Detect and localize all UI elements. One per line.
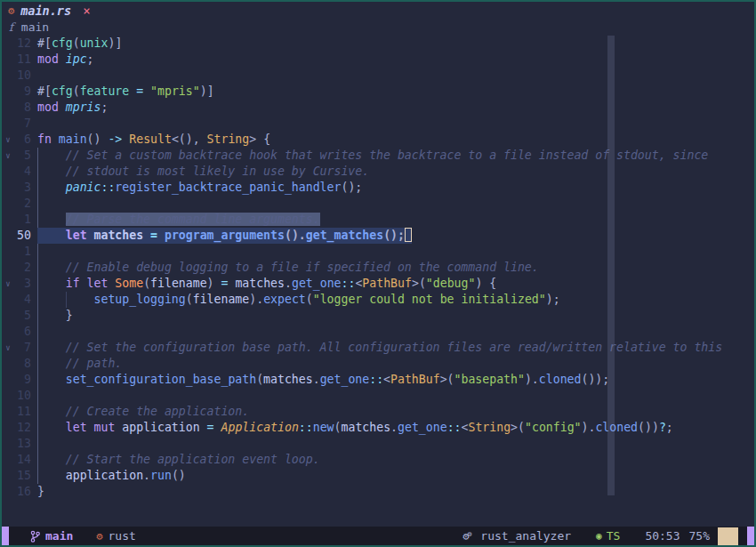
code-token: ?: [659, 421, 666, 434]
code-line[interactable]: 10: [2, 68, 754, 84]
code-token: ::: [369, 373, 383, 386]
code-line[interactable]: 8mod mpris;: [2, 100, 754, 116]
code-token: "config": [525, 421, 582, 434]
code-token: setup_logging: [94, 293, 186, 306]
tab-main-rs[interactable]: ⚙ main.rs ×: [8, 4, 91, 18]
code-text: // Create the application.: [37, 404, 249, 420]
code-line[interactable]: 1: [2, 244, 754, 260]
code-token: (: [73, 36, 80, 50]
code-token: .: [313, 373, 320, 386]
code-line[interactable]: 50 let matches = program_arguments().get…: [2, 228, 754, 244]
line-number: 11: [14, 404, 31, 420]
code-token: ();: [341, 181, 362, 194]
code-token: ::: [447, 421, 462, 434]
code-token: }: [37, 309, 73, 322]
code-lines: 12#[cfg(unix)]11mod ipc;109#[cfg(feature…: [2, 36, 754, 500]
gutter-gap: [31, 244, 37, 260]
treesitter-icon: ◉: [596, 530, 602, 542]
code-token: expect: [263, 293, 306, 306]
code-area[interactable]: 12#[cfg(unix)]11mod ipc;109#[cfg(feature…: [2, 36, 754, 500]
code-token: get_one: [398, 421, 447, 434]
code-line[interactable]: 3 panic::register_backtrace_panic_handle…: [2, 180, 754, 196]
code-text: #[cfg(unix)]: [37, 36, 122, 52]
code-text: application.run(): [37, 468, 186, 484]
fold-column: [2, 212, 14, 228]
code-line[interactable]: 4 setup_logging(filename).expect("logger…: [2, 292, 754, 308]
code-line[interactable]: 6: [2, 324, 754, 340]
breadcrumb-label: main: [21, 20, 49, 34]
code-token: mod: [37, 101, 66, 114]
code-token: <: [383, 373, 390, 386]
scrollbar[interactable]: [607, 36, 615, 495]
code-token: "mpris": [150, 84, 200, 98]
fold-chevron-icon[interactable]: ∨: [2, 276, 14, 292]
code-token: main: [59, 133, 87, 146]
gutter-gap: [31, 436, 37, 452]
fold-column: [2, 372, 14, 388]
code-line[interactable]: 2: [2, 196, 754, 212]
code-token: [37, 293, 94, 306]
code-line[interactable]: 12#[cfg(unix)]: [2, 36, 754, 52]
line-number: 15: [14, 468, 31, 484]
code-line[interactable]: ∨6fn main() -> Result<(), String> {: [2, 132, 754, 148]
git-branch-icon: [30, 530, 40, 543]
code-token: cfg: [52, 84, 73, 98]
code-token: ipc: [66, 52, 87, 66]
code-token: [37, 277, 66, 290]
line-number: 2: [14, 196, 31, 212]
fold-chevron-icon[interactable]: ∨: [2, 148, 14, 164]
fold-chevron-icon[interactable]: ∨: [2, 340, 14, 356]
code-token: ;: [87, 52, 94, 66]
treesitter-label: TS: [607, 529, 621, 543]
line-number: 11: [14, 52, 31, 68]
code-line[interactable]: ∨3 if let Some(filename) = matches.get_o…: [2, 276, 754, 292]
gutter-gap: [31, 52, 37, 68]
code-text: panic::register_backtrace_panic_handler(…: [37, 180, 362, 196]
code-line[interactable]: 1 // Parse the command line arguments.: [2, 212, 754, 228]
code-token: [129, 84, 136, 98]
code-line[interactable]: ∨7 // Set the configuration base path. A…: [2, 340, 754, 356]
code-line[interactable]: 9#[cfg(feature = "mpris")]: [2, 84, 754, 100]
code-token: [37, 421, 66, 434]
code-token: fn: [37, 133, 59, 146]
fold-column: [2, 116, 14, 132]
gutter-gap: [31, 372, 37, 388]
code-line[interactable]: 14 // Start the application event loop.: [2, 452, 754, 468]
code-line[interactable]: 16}: [2, 484, 754, 500]
language-label: rust: [109, 529, 136, 543]
code-line[interactable]: 4 // stdout is most likely in use by Cur…: [2, 164, 754, 180]
code-token: mpris: [66, 101, 101, 114]
fold-column: [2, 356, 14, 372]
code-token: (: [143, 277, 150, 290]
code-token: program_arguments: [165, 229, 285, 242]
gutter-gap: [31, 356, 37, 372]
code-text: mod ipc;: [37, 52, 94, 68]
fold-chevron-icon[interactable]: ∨: [2, 132, 14, 148]
code-text: let mut application = Application::new(m…: [37, 420, 673, 436]
code-token: String: [468, 421, 511, 434]
code-token: matches: [94, 229, 144, 242]
code-line[interactable]: 11mod ipc;: [2, 52, 754, 68]
line-number: 3: [14, 180, 31, 196]
code-token: let: [87, 277, 116, 290]
code-line[interactable]: 2 // Enable debug logging to a file if s…: [2, 260, 754, 276]
code-line[interactable]: 11 // Create the application.: [2, 404, 754, 420]
code-line[interactable]: 13: [2, 436, 754, 452]
code-line[interactable]: 15 application.run(): [2, 468, 754, 484]
code-line[interactable]: ∨5 // Set a custom backtrace hook that w…: [2, 148, 754, 164]
code-line[interactable]: 7: [2, 116, 754, 132]
code-line[interactable]: 10: [2, 388, 754, 404]
fold-column: [2, 404, 14, 420]
gutter-gap: [31, 164, 37, 180]
line-number: 6: [14, 132, 31, 148]
code-token: register_backtrace_panic_handler: [115, 181, 341, 194]
code-token: Some: [115, 277, 143, 290]
code-line[interactable]: 12 let mut application = Application::ne…: [2, 420, 754, 436]
code-line[interactable]: 9 set_configuration_base_path(matches.ge…: [2, 372, 754, 388]
code-token: get_matches: [306, 229, 383, 242]
line-number: 7: [14, 116, 31, 132]
code-line[interactable]: 8 // path.: [2, 356, 754, 372]
code-line[interactable]: 5 }: [2, 308, 754, 324]
code-token: (: [306, 293, 313, 306]
close-icon[interactable]: ×: [83, 4, 90, 18]
